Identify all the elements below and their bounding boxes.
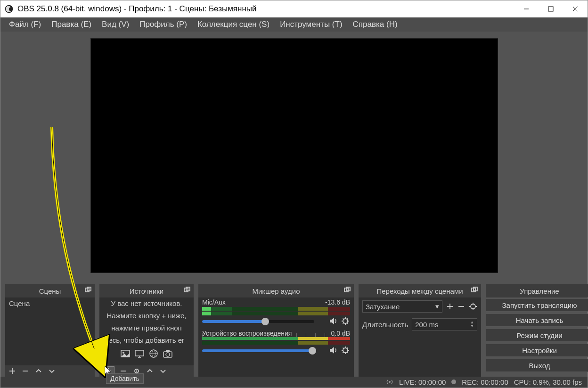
menu-profile[interactable]: Профиль (P) [136,18,191,31]
add-scene-button[interactable] [8,367,16,375]
mixer-channel-name: Mic/Aux [202,298,226,306]
menu-tools[interactable]: Инструменты (T) [276,18,346,31]
transition-settings-button[interactable] [469,302,477,311]
mixer-channel-db: -13.6 dB [325,298,350,306]
controls-panel: Управление Запустить трансляцию Начать з… [486,284,588,377]
record-dot-icon [451,380,456,384]
globe-icon [148,348,159,359]
menu-view[interactable]: Вид (V) [98,18,133,31]
svg-rect-2 [548,7,553,11]
spin-down-icon[interactable]: ▼ [470,324,474,328]
rec-time: REC: 00:00:00 [462,378,508,386]
controls-header: Управление [486,284,588,297]
statusbar: LIVE: 00:00:00 REC: 00:00:00 CPU: 0.9%, … [0,377,588,388]
camera-icon [163,348,173,359]
transitions-title: Переходы между сценами [376,287,463,295]
volume-slider[interactable] [202,349,314,352]
popout-icon[interactable] [471,287,479,294]
menu-file[interactable]: Файл (F) [5,18,45,31]
popout-icon[interactable] [85,287,92,294]
controls-title: Управление [520,287,559,295]
speaker-icon[interactable] [328,316,338,326]
sources-hint-icons [99,347,194,361]
mixer-panel: Микшер аудио Mic/Aux -13.6 dB [198,284,354,377]
audio-meter [202,341,350,345]
transitions-panel: Переходы между сценами Затухание ▾ Длите… [359,284,481,377]
scene-item[interactable]: Сцена [5,297,95,309]
audio-ticks [202,337,350,340]
transition-select[interactable]: Затухание ▾ [362,300,442,313]
mixer-title: Микшер аудио [253,287,300,295]
svg-marker-30 [330,318,334,324]
tooltip: Добавить [106,373,144,384]
start-stream-button[interactable]: Запустить трансляцию [486,298,588,312]
monitor-icon [134,348,145,359]
close-button[interactable] [563,0,588,17]
cpu-fps: CPU: 0.9%, 30.00 fps [514,378,582,386]
volume-slider[interactable] [202,320,314,323]
image-icon [120,348,131,359]
move-source-down-button[interactable] [159,367,167,375]
remove-scene-button[interactable] [21,367,30,375]
svg-marker-32 [330,347,334,354]
mixer-header: Микшер аудио [198,284,354,297]
remove-transition-button[interactable] [457,303,465,310]
menubar: Файл (F) Правка (E) Вид (V) Профиль (P) … [0,17,588,32]
minimize-button[interactable] [514,0,539,17]
transition-selected: Затухание [366,303,400,311]
live-time: LIVE: 00:00:00 [399,378,446,386]
maximize-button[interactable] [539,0,563,17]
gear-icon[interactable] [341,346,350,355]
broadcast-icon [386,378,393,386]
svg-rect-14 [135,350,144,356]
start-record-button[interactable]: Начать запись [486,314,588,327]
speaker-icon[interactable] [328,346,338,355]
window-title: OBS 25.0.8 (64-bit, windows) - Профиль: … [17,4,514,14]
sources-empty-label: нажмите правой кноп [99,322,194,334]
studio-mode-button[interactable]: Режим студии [486,329,588,342]
scenes-title: Сцены [39,287,61,295]
mixer-channel-mic: Mic/Aux -13.6 dB [198,297,354,329]
scenes-panel: Сцены Сцена [5,284,95,377]
move-scene-down-button[interactable] [48,367,56,375]
sources-title: Источники [130,287,163,295]
sources-panel: Источники У вас нет источников. Нажмите … [99,284,194,377]
menu-help[interactable]: Справка (H) [349,18,401,31]
move-source-up-button[interactable] [146,367,154,375]
exit-button[interactable]: Выход [486,359,588,372]
duration-value: 200 ms [415,321,438,329]
scenes-header: Сцены [5,284,95,297]
svg-point-21 [166,353,170,356]
add-transition-button[interactable] [446,303,454,310]
transitions-header: Переходы между сценами [359,284,481,297]
audio-meter [202,307,350,311]
svg-point-27 [136,370,138,371]
popout-icon[interactable] [184,287,191,294]
mixer-channel-desktop: Устройство воспроизведения 0.0 dB [198,329,354,358]
sources-empty-label: У вас нет источников. [99,297,194,310]
duration-spinbox[interactable]: 200 ms ▲▼ [412,318,477,330]
menu-scene-collection[interactable]: Коллекция сцен (S) [194,18,273,31]
sources-header: Источники [99,284,194,297]
sources-empty-label: есь, чтобы добавить ег [99,334,194,347]
chevron-down-icon: ▾ [435,302,439,311]
sources-empty-label: Нажмите кнопку + ниже, [99,310,194,322]
svg-point-40 [389,381,391,383]
settings-button[interactable]: Настройки [486,344,588,357]
scenes-toolbar [5,365,95,377]
duration-label: Длительность [362,321,408,329]
tooltip-text: Добавить [110,375,139,382]
obs-logo-icon [4,4,14,14]
popout-icon[interactable] [344,287,351,294]
svg-rect-22 [166,350,170,352]
svg-point-39 [471,304,475,309]
preview-canvas[interactable] [90,38,498,273]
preview-area [0,32,588,284]
svg-point-13 [122,352,124,354]
audio-meter [202,312,350,315]
menu-edit[interactable]: Правка (E) [48,18,95,31]
gear-icon[interactable] [341,316,350,326]
move-scene-up-button[interactable] [34,367,43,375]
titlebar: OBS 25.0.8 (64-bit, windows) - Профиль: … [0,0,588,17]
